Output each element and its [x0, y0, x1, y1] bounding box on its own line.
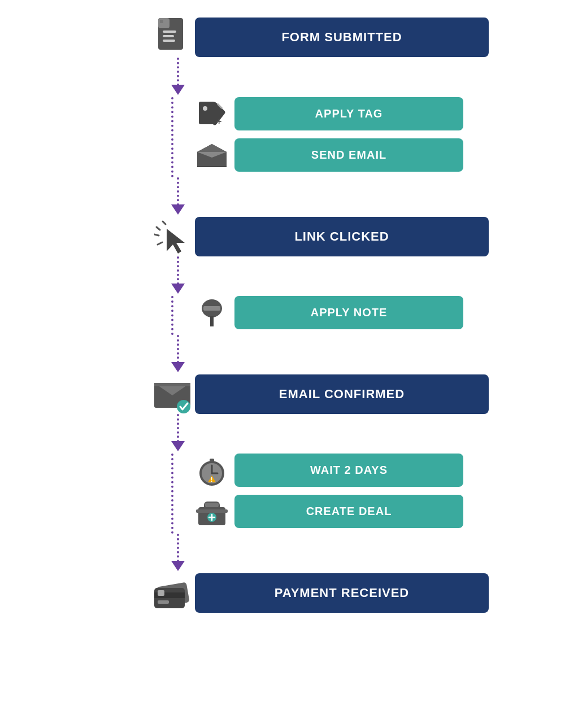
- arrow-5: [171, 414, 185, 454]
- svg-line-14: [157, 227, 160, 230]
- sub-line-2: [150, 296, 195, 335]
- svg-rect-44: [158, 590, 164, 596]
- briefcase-icon-col: [195, 497, 229, 526]
- svg-rect-20: [203, 306, 220, 311]
- link-clicked-row: LINK CLICKED: [150, 217, 489, 256]
- form-submitted-button[interactable]: FORM SUBMITTED: [195, 18, 489, 57]
- pin-icon: [198, 297, 226, 329]
- tag-icon: +: [197, 99, 227, 129]
- payment-icon: [152, 576, 193, 611]
- email-check-icon: [152, 375, 193, 413]
- create-deal-row: CREATE DEAL: [195, 495, 489, 528]
- connector-4: [171, 335, 185, 374]
- timer-icon-col: !: [195, 454, 229, 487]
- sub-line-3: [150, 454, 195, 534]
- svg-rect-35: [205, 503, 219, 507]
- svg-text:+: +: [216, 116, 221, 126]
- apply-tag-button[interactable]: APPLY TAG: [234, 97, 463, 130]
- svg-rect-3: [163, 35, 174, 37]
- connector-6: [171, 534, 185, 573]
- create-deal-label: CREATE DEAL: [234, 495, 489, 528]
- sub-actions-3: ! WAIT 2 DAYS: [195, 454, 489, 534]
- connector-1: [171, 58, 185, 97]
- svg-rect-36: [196, 509, 228, 513]
- email-confirmed-row: EMAIL CONFIRMED: [150, 374, 489, 414]
- arrow-1: [171, 58, 185, 97]
- payment-received-label-col: PAYMENT RECEIVED: [195, 573, 489, 613]
- payment-received-row: PAYMENT RECEIVED: [150, 573, 489, 613]
- send-email-button[interactable]: SEND EMAIL: [234, 138, 463, 172]
- payment-received-button[interactable]: PAYMENT RECEIVED: [195, 573, 489, 613]
- arrow-3: [171, 256, 185, 296]
- apply-note-row: APPLY NOTE: [195, 296, 489, 329]
- connector-2: [171, 177, 185, 217]
- briefcase-icon: [196, 497, 228, 526]
- sub-actions-2: APPLY NOTE: [195, 296, 489, 335]
- send-email-row: SEND EMAIL: [195, 138, 489, 172]
- sub-actions-1: + APPLY TAG SEND EMA: [195, 97, 489, 177]
- email-open-icon-col: [195, 142, 229, 169]
- svg-line-16: [158, 242, 162, 245]
- wait-2-days-row: ! WAIT 2 DAYS: [195, 454, 489, 487]
- email-check-icon-col: [150, 375, 195, 413]
- apply-note-group: APPLY NOTE: [150, 296, 489, 335]
- svg-rect-24: [154, 383, 190, 386]
- connector-5: [171, 414, 185, 454]
- tag-icon-col: +: [195, 99, 229, 129]
- svg-rect-5: [160, 20, 163, 23]
- apply-tag-row: + APPLY TAG: [195, 97, 489, 130]
- svg-rect-19: [210, 316, 214, 326]
- arrow-4: [171, 335, 185, 374]
- connector-3: [171, 256, 185, 296]
- send-email-label: SEND EMAIL: [234, 138, 489, 172]
- svg-rect-4: [163, 40, 175, 42]
- email-open-icon: [197, 142, 227, 169]
- svg-point-25: [177, 400, 190, 413]
- svg-rect-2: [163, 30, 176, 33]
- link-clicked-button[interactable]: LINK CLICKED: [195, 217, 489, 256]
- apply-note-button[interactable]: APPLY NOTE: [234, 296, 463, 329]
- apply-tag-group: + APPLY TAG SEND EMA: [150, 97, 489, 177]
- arrow-2: [171, 177, 185, 217]
- cursor-icon-col: [150, 219, 195, 255]
- document-icon-col: [150, 17, 195, 58]
- svg-marker-17: [167, 229, 185, 254]
- cursor-icon: [154, 219, 191, 255]
- svg-rect-1: [158, 18, 169, 28]
- wait-2-days-label: WAIT 2 DAYS: [234, 454, 489, 487]
- apply-tag-label: APPLY TAG: [234, 97, 489, 130]
- svg-text:!: !: [211, 477, 212, 483]
- link-clicked-label-col: LINK CLICKED: [195, 217, 489, 256]
- flow-container: FORM SUBMITTED +: [150, 17, 489, 613]
- email-confirmed-button[interactable]: EMAIL CONFIRMED: [195, 374, 489, 414]
- form-submitted-row: FORM SUBMITTED: [150, 17, 489, 58]
- svg-rect-30: [210, 459, 214, 462]
- payment-icon-col: [150, 576, 195, 611]
- wait-2-days-button[interactable]: WAIT 2 DAYS: [234, 454, 463, 487]
- svg-point-6: [203, 106, 207, 111]
- sub-line-1: [150, 97, 195, 177]
- pin-icon-col: [195, 297, 229, 329]
- form-submitted-label-col: FORM SUBMITTED: [195, 18, 489, 57]
- document-icon: [155, 17, 189, 58]
- svg-line-15: [154, 234, 159, 236]
- timer-icon: !: [197, 454, 227, 487]
- svg-line-13: [163, 221, 166, 224]
- svg-rect-43: [158, 600, 169, 604]
- wait-create-group: ! WAIT 2 DAYS: [150, 454, 489, 534]
- create-deal-button[interactable]: CREATE DEAL: [234, 495, 463, 528]
- email-confirmed-label-col: EMAIL CONFIRMED: [195, 374, 489, 414]
- svg-marker-11: [197, 144, 227, 152]
- arrow-6: [171, 534, 185, 573]
- apply-note-label: APPLY NOTE: [234, 296, 489, 329]
